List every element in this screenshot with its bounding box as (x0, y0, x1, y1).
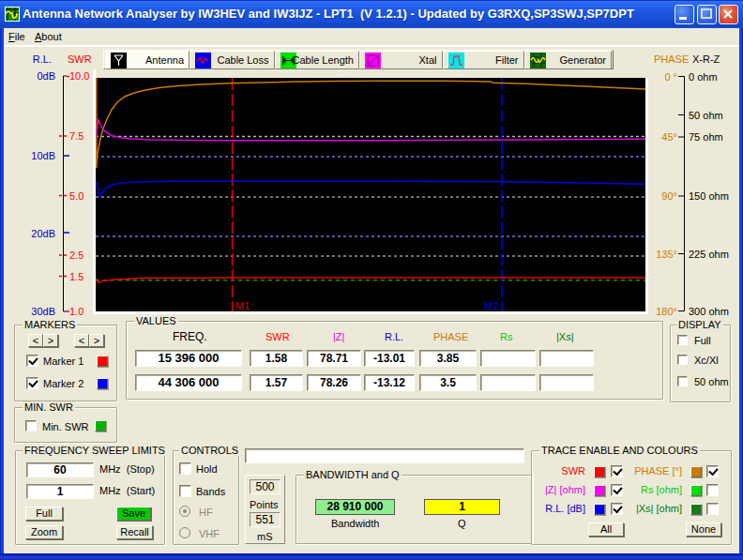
svg-text:M2: M2 (484, 300, 498, 311)
svg-text:M1: M1 (235, 300, 250, 311)
